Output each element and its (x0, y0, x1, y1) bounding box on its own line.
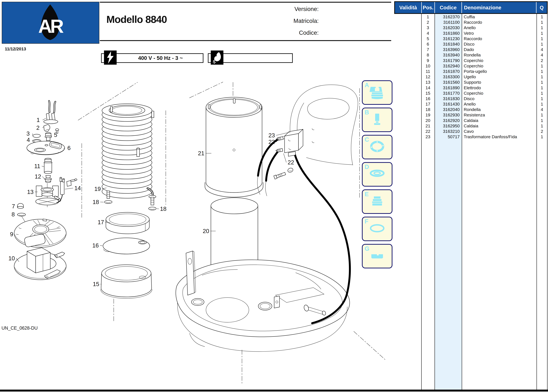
cell-code: 3163960 (434, 47, 462, 52)
part-callout-9: 9 (10, 231, 13, 238)
cell-qty: 1 (536, 42, 547, 47)
variant-tile-D[interactable]: D (362, 162, 392, 187)
cell-name: Supporto (462, 80, 536, 85)
cell-pos: 7 (421, 47, 434, 52)
cell-code: 3163940 (434, 53, 462, 57)
housing-cover (290, 85, 358, 165)
part-callout-18: 18 (93, 199, 99, 205)
variant-tile-F[interactable]: F (362, 217, 392, 241)
parts-table-body: 13162370Cuffia123161100Raccordo133162030… (394, 14, 547, 140)
part-callout-8: 8 (12, 211, 15, 218)
part-callout-16: 16 (92, 242, 99, 249)
parts-table-row: 163161830Disco1 (394, 96, 547, 101)
cell-code: 3162370 (434, 14, 462, 19)
part-callout-21: 21 (198, 150, 204, 157)
cell-qty: 1 (536, 91, 547, 96)
cell-name: Ugello (462, 74, 536, 79)
part-callout-13: 13 (27, 189, 34, 195)
cell-qty: 1 (536, 74, 547, 79)
cell-pos: 2 (421, 20, 434, 25)
cell-pos: 22 (421, 129, 434, 134)
parts-table-row: 33162030Anello1 (394, 25, 547, 30)
parts-table-row: 53161230Raccordo1 (394, 36, 547, 42)
parts-table-row: 213162950Caldaia1 (394, 123, 547, 129)
o-ring-icon (368, 221, 386, 237)
cell-name: Cavo (462, 129, 536, 134)
header-rule-bottom (100, 40, 391, 41)
cell-code: 3161870 (434, 69, 462, 74)
cell-name: Rondella (462, 107, 536, 112)
heating-coil (102, 104, 156, 210)
matricola-field-row: Matricola: (278, 16, 388, 26)
cell-name: Coperchio (462, 91, 536, 96)
parts-table-row: 83163940Rondella4 (394, 52, 547, 58)
col-header-q: Q (536, 2, 547, 13)
cell-qty: 1 (536, 36, 547, 41)
cell-qty: 1 (536, 69, 547, 74)
revision-date: 11/12/2013 (5, 46, 26, 51)
cell-name: Coperchio (462, 63, 536, 68)
cell-name: Disco (462, 96, 536, 101)
variant-tile-B[interactable]: B (362, 108, 392, 132)
cell-code: 3162930 (434, 112, 462, 117)
burner-flame-icon (211, 50, 223, 65)
cell-code: 50717 (434, 134, 462, 139)
cell-pos: 11 (421, 69, 434, 74)
cell-pos: 5 (421, 36, 434, 41)
gasket-seal-icon (368, 166, 386, 182)
part-callout-1: 1 (36, 117, 40, 123)
parts-table-row: 93161790Coperchio2 (394, 58, 547, 63)
cell-code: 3161840 (434, 42, 462, 47)
cell-pos: 17 (421, 102, 434, 106)
cell-pos: 10 (421, 63, 434, 68)
parts-table-row: 103162940Coperchio1 (394, 63, 547, 69)
matricola-label: Matricola: (293, 16, 319, 26)
variant-tile-C[interactable]: C (362, 135, 392, 159)
cell-pos: 13 (421, 80, 434, 85)
part-callout-23: 23 (268, 132, 275, 139)
cell-qty: 4 (536, 107, 547, 112)
cell-name: Raccordo (462, 20, 536, 25)
cell-qty: 1 (536, 63, 547, 68)
versione-label: Versione: (294, 4, 319, 14)
part-callout-11: 11 (34, 163, 40, 169)
part-callout-18: 18 (160, 205, 166, 212)
brand-logo: AR (2, 2, 99, 44)
cell-qty: 1 (536, 112, 547, 117)
variant-tile-G[interactable]: G (362, 244, 392, 268)
cell-name: Vetro (462, 31, 536, 36)
cell-qty: 2 (536, 129, 547, 134)
cell-code: 3161770 (434, 91, 462, 96)
tile-letter: E (365, 191, 369, 198)
cell-qty: 2 (536, 58, 547, 63)
cell-qty: 1 (536, 31, 547, 36)
variant-tile-A[interactable]: A (362, 80, 392, 105)
cell-code: 3161430 (434, 102, 462, 106)
cell-name: Caldaia (462, 124, 536, 128)
parts-table-row: 43161860Vetro1 (394, 31, 547, 36)
col-header-pos: Pos. (421, 2, 434, 13)
cap-silhouette-icon (368, 84, 386, 100)
cell-pos: 21 (421, 124, 434, 128)
cell-code: 3162030 (434, 25, 462, 30)
cell-pos: 20 (421, 118, 434, 123)
page-bottom-rule (0, 390, 548, 392)
part-callout-6: 6 (67, 145, 71, 151)
cell-name: Coperchio (462, 58, 536, 63)
cell-code: 3162920 (434, 118, 462, 123)
cell-pos: 19 (421, 112, 434, 117)
cell-pos: 4 (421, 31, 434, 36)
parts-catalog-page: 1234561112131478910191818171615212023222… (0, 0, 548, 392)
cell-code: 3163210 (434, 129, 462, 134)
cell-name: Trasformatore Danfoss/Fida (462, 134, 536, 139)
parts-table-row: 153161770Coperchio1 (394, 91, 547, 96)
codice-label: Codice: (299, 28, 319, 38)
cylinder-part-icon (368, 112, 386, 127)
part-callout-20: 20 (203, 228, 209, 234)
cell-name: Raccordo (462, 36, 536, 41)
cell-qty: 1 (536, 14, 547, 19)
cell-qty: 1 (536, 20, 547, 25)
variant-tile-E[interactable]: E (362, 189, 392, 214)
ar-logo-icon: AR (2, 2, 98, 42)
part-callout-2: 2 (36, 125, 40, 131)
